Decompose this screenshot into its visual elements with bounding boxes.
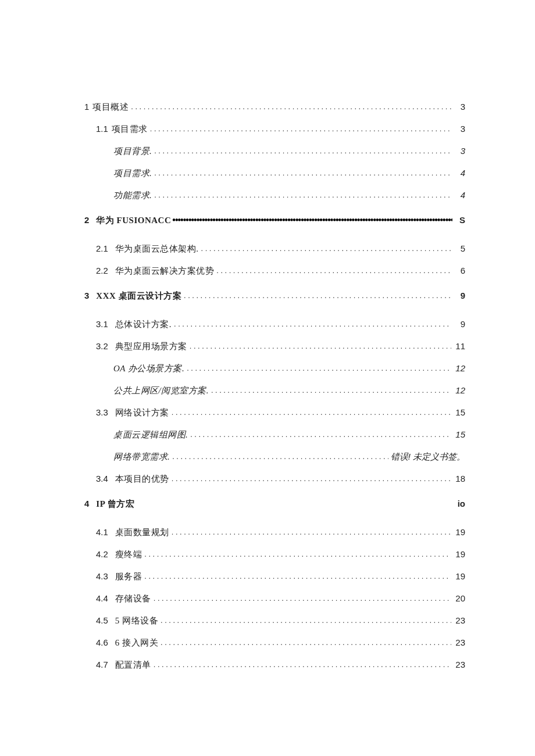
toc-page-number: 19: [454, 527, 465, 537]
toc-entry: 4.7配置清单23: [84, 660, 465, 671]
toc-entry: 1.1项目需求3: [84, 124, 465, 135]
toc-title: 项目需求.: [113, 168, 152, 179]
toc-leader: [172, 528, 451, 536]
toc-number: 3.1: [96, 319, 108, 329]
toc-entry: 4.66 接入网关23: [84, 637, 465, 648]
toc-entry: 桌面云逻辑组网图.15: [84, 429, 465, 440]
toc-entry: 3.1总体设计方案.9: [84, 319, 465, 330]
toc-leader: [154, 660, 451, 669]
toc-number: 4.5: [96, 615, 108, 625]
toc-leader: [172, 452, 388, 461]
toc-entry: 项目背景.3: [84, 146, 465, 157]
toc-page-number: 4: [454, 190, 465, 200]
toc-container: 1项目概述31.1项目需求3项目背景.3项目需求.4功能需求.42华为 FUSI…: [84, 102, 465, 671]
toc-title: 桌面数量规划: [115, 527, 169, 538]
toc-title: 公共上网区/阅览室方案.: [113, 385, 209, 396]
toc-leader: [154, 191, 451, 199]
toc-entry: 1项目概述3: [84, 102, 465, 113]
toc-entry: 公共上网区/阅览室方案.12: [84, 385, 465, 396]
toc-title: IP 曾方宏: [96, 499, 134, 510]
toc-title: 桌面云逻辑组网图.: [113, 429, 188, 440]
toc-title: 网络带宽需求.: [113, 452, 170, 463]
toc-entry: OA 办公场景方案.12: [84, 363, 465, 374]
toc-entry: 3XXX 桌面云设计方案9: [84, 291, 465, 302]
toc-title: 典型应用场景方案: [115, 341, 187, 352]
toc-page-number: 3: [454, 146, 465, 156]
toc-page-number: 20: [454, 593, 465, 603]
toc-leader: [150, 124, 451, 133]
toc-title: 华为桌面云解决方案优势: [115, 266, 215, 277]
toc-leader: [172, 215, 452, 225]
toc-number: 4.1: [96, 527, 108, 537]
toc-title: 网络设计方案: [115, 407, 169, 418]
toc-title: 华为桌面云总体架构.: [115, 243, 199, 255]
toc-number: 2: [84, 215, 89, 225]
toc-title: 项目背景.: [113, 146, 152, 157]
toc-leader: [201, 244, 451, 253]
toc-number: 1.1: [96, 124, 108, 134]
toc-entry: 2.1华为桌面云总体架构.5: [84, 243, 465, 255]
toc-leader: [211, 386, 451, 395]
toc-leader: [184, 291, 451, 300]
toc-page-number: 错误! 未定义书签。: [391, 452, 465, 463]
toc-title: XXX 桌面云设计方案: [96, 291, 181, 302]
toc-number: 4.4: [96, 593, 108, 603]
toc-number: 4: [84, 499, 89, 508]
toc-entry: 网络带宽需求.错误! 未定义书签。: [84, 452, 465, 463]
toc-title: 瘦终端: [115, 549, 142, 560]
toc-entry: 4IP 曾方宏io: [84, 499, 465, 510]
toc-title: 功能需求.: [113, 190, 152, 201]
toc-leader: [190, 430, 451, 439]
toc-page-number: io: [454, 499, 465, 508]
toc-leader: [160, 638, 451, 647]
toc-page-number: 5: [454, 243, 465, 253]
toc-page-number: 6: [454, 266, 465, 275]
toc-page-number: 23: [454, 637, 465, 647]
toc-page-number: 9: [454, 291, 465, 300]
toc-leader: [144, 550, 451, 558]
toc-page-number: 12: [454, 363, 465, 373]
toc-entry: 4.4存储设备20: [84, 593, 465, 604]
toc-leader: [187, 364, 451, 372]
toc-page-number: 3: [454, 124, 465, 134]
toc-title: 5 网络设备: [115, 615, 158, 626]
toc-page-number: 18: [454, 474, 465, 483]
toc-leader: [160, 616, 451, 625]
toc-number: 4.6: [96, 637, 108, 647]
toc-page-number: 23: [454, 615, 465, 625]
toc-leader: [174, 320, 451, 328]
toc-leader: [190, 342, 451, 350]
toc-entry: 4.55 网络设备23: [84, 615, 465, 626]
toc-entry: 4.3服务器19: [84, 571, 465, 582]
toc-entry: 2华为 FUSIONACCS: [84, 215, 465, 226]
toc-entry: 2.2华为桌面云解决方案优势6: [84, 266, 465, 277]
toc-title: 6 接入网关: [115, 637, 158, 648]
toc-title: 总体设计方案.: [115, 319, 172, 330]
toc-entry: 3.2典型应用场景方案11: [84, 341, 465, 352]
toc-entry: 4.1桌面数量规划19: [84, 527, 465, 538]
toc-entry: 4.2瘦终端19: [84, 549, 465, 560]
toc-title: 项目概述: [92, 102, 129, 113]
toc-entry: 3.4本项目的优势18: [84, 474, 465, 485]
toc-number: 1: [84, 102, 89, 112]
toc-page-number: S: [454, 215, 465, 225]
toc-title: 服务器: [115, 571, 142, 582]
toc-page-number: 19: [454, 571, 465, 581]
toc-entry: 3.3网络设计方案15: [84, 407, 465, 418]
toc-title: 项目需求: [112, 124, 148, 135]
toc-leader: [172, 408, 451, 417]
toc-entry: 项目需求.4: [84, 168, 465, 179]
toc-page-number: 15: [454, 407, 465, 417]
toc-number: 3: [84, 291, 89, 300]
toc-leader: [144, 572, 451, 581]
toc-page-number: 4: [454, 168, 465, 178]
toc-number: 2.1: [96, 243, 108, 253]
toc-number: 2.2: [96, 266, 108, 275]
toc-leader: [154, 146, 451, 155]
toc-page-number: 9: [454, 319, 465, 329]
toc-number: 3.4: [96, 474, 108, 483]
toc-page-number: 15: [454, 429, 465, 439]
toc-page-number: 11: [454, 341, 465, 351]
toc-leader: [131, 102, 451, 111]
toc-page: 1项目概述31.1项目需求3项目背景.3项目需求.4功能需求.42华为 FUSI…: [0, 0, 535, 756]
